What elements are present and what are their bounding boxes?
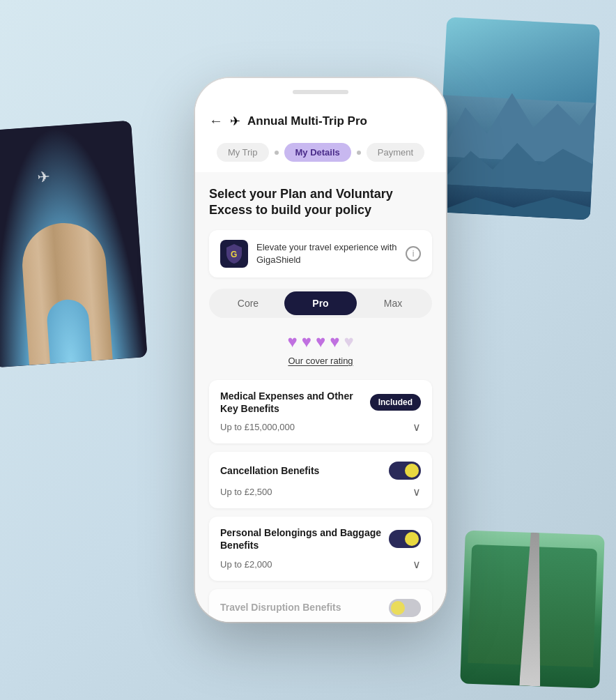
benefit-cancellation-expand[interactable]: ∨	[413, 485, 421, 499]
page-header: ← ✈ Annual Multi-Trip Pro	[195, 106, 446, 139]
toggle-cancellation[interactable]	[389, 462, 421, 480]
heart-3: ♥	[316, 332, 325, 351]
toggle-disruption[interactable]	[389, 599, 421, 617]
benefit-cancellation: Cancellation Benefits Up to £2,500 ∨	[209, 452, 432, 508]
heart-4: ♥	[330, 332, 339, 351]
heart-1: ♥	[287, 332, 297, 351]
gigashield-banner: G Elevate your travel experience with Gi…	[209, 230, 432, 277]
content-area: Select your Plan and Voluntary Excess to…	[195, 172, 446, 622]
bg-photo-building: ✈	[0, 121, 148, 368]
benefit-medical-header: Medical Expenses and Other Key Benefits …	[220, 390, 421, 415]
benefit-cancellation-limit: Up to £2,500	[220, 487, 272, 497]
benefit-belongings-amount: Up to £2,000 ∨	[220, 558, 421, 571]
benefit-medical: Medical Expenses and Other Key Benefits …	[209, 380, 432, 443]
bg-photo-mountains	[437, 17, 600, 220]
phone-screen: ← ✈ Annual Multi-Trip Pro My Trip My Det…	[195, 78, 446, 622]
benefit-belongings-name: Personal Belongings and Baggage Benefits	[220, 526, 389, 551]
tab-core[interactable]: Core	[212, 291, 284, 315]
included-badge: Included	[370, 394, 421, 411]
benefit-medical-amount: Up to £15,000,000 ∨	[220, 420, 421, 434]
benefit-cancellation-header: Cancellation Benefits	[220, 462, 421, 480]
back-button[interactable]: ←	[209, 113, 223, 129]
plane-icon: ✈	[230, 114, 240, 129]
tab-pro[interactable]: Pro	[284, 291, 357, 315]
tab-max[interactable]: Max	[357, 291, 429, 315]
background: ✈ ← ✈ Annual Multi-Trip Pro My T	[0, 0, 616, 700]
toggle-disruption-knob	[391, 601, 405, 615]
rating-label[interactable]: Our cover rating	[209, 356, 432, 366]
step-my-trip[interactable]: My Trip	[217, 143, 269, 162]
benefit-belongings: Personal Belongings and Baggage Benefits…	[209, 517, 432, 580]
shield-logo: G	[220, 240, 248, 268]
progress-steps: My Trip My Details Payment	[195, 139, 446, 172]
benefit-cancellation-name: Cancellation Benefits	[220, 464, 389, 477]
phone-notch	[195, 78, 446, 106]
benefit-medical-limit: Up to £15,000,000	[220, 422, 295, 432]
benefit-disruption: Travel Disruption Benefits	[209, 589, 432, 622]
page-title: Annual Multi-Trip Pro	[247, 114, 367, 128]
benefit-medical-expand[interactable]: ∨	[413, 420, 421, 434]
bg-photo-forest	[460, 531, 605, 689]
benefit-disruption-header: Travel Disruption Benefits	[220, 599, 421, 617]
gigashield-info-button[interactable]: i	[406, 246, 421, 261]
step-my-details[interactable]: My Details	[284, 143, 351, 162]
benefit-disruption-name: Travel Disruption Benefits	[220, 601, 389, 614]
step-dot-1	[275, 151, 279, 155]
heart-2: ♥	[302, 332, 311, 351]
gigashield-description: Elevate your travel experience with Giga…	[256, 241, 397, 266]
step-payment[interactable]: Payment	[367, 143, 424, 162]
toggle-belongings-knob	[405, 532, 419, 546]
cover-rating: ♥ ♥ ♥ ♥ ♥ Our cover rating	[209, 332, 432, 366]
benefit-cancellation-amount: Up to £2,500 ∨	[220, 485, 421, 499]
toggle-belongings[interactable]	[389, 530, 421, 548]
benefit-belongings-header: Personal Belongings and Baggage Benefits	[220, 526, 421, 551]
svg-text:G: G	[231, 250, 237, 259]
section-title: Select your Plan and Voluntary Excess to…	[209, 186, 432, 219]
benefit-belongings-expand[interactable]: ∨	[413, 558, 421, 571]
benefit-belongings-limit: Up to £2,000	[220, 559, 272, 570]
toggle-cancellation-knob	[405, 464, 419, 478]
hearts-container: ♥ ♥ ♥ ♥ ♥	[209, 332, 432, 351]
phone-shell: ← ✈ Annual Multi-Trip Pro My Trip My Det…	[195, 78, 446, 622]
heart-5: ♥	[344, 332, 353, 351]
phone-mockup: ← ✈ Annual Multi-Trip Pro My Trip My Det…	[195, 78, 446, 622]
benefit-medical-name: Medical Expenses and Other Key Benefits	[220, 390, 370, 415]
notch-pill	[293, 90, 348, 94]
plan-tabs: Core Pro Max	[209, 289, 432, 318]
step-dot-2	[357, 151, 361, 155]
bg-airplane-icon: ✈	[36, 168, 50, 187]
